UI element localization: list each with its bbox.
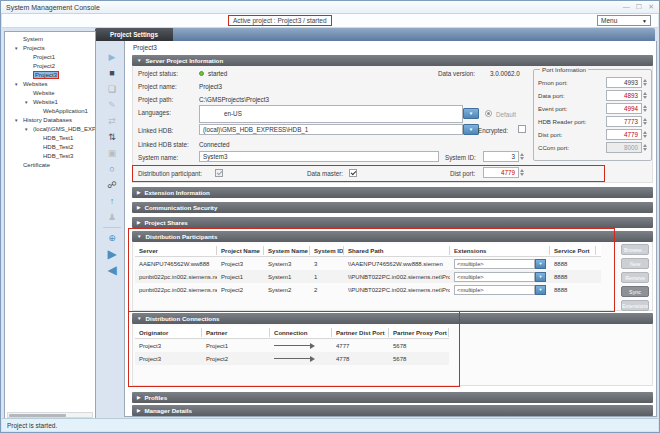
extensions-dropdown[interactable]: <multiple> (454, 272, 535, 282)
spin-up-icon (643, 118, 647, 121)
languages-listbox[interactable]: en-US (199, 105, 463, 123)
encrypted-checkbox[interactable] (518, 125, 526, 133)
chevron-down-icon: ▼ (469, 111, 473, 116)
tree-expander-icon[interactable]: ▼ (24, 125, 33, 134)
project-actions-toolbar: ▶ ■ ❏ ✎ ⇄ ⇅ ▣ ○ ☍ ↑ ♟ ⊕ ▶ ◀ (100, 49, 124, 278)
spin-up-icon (643, 92, 647, 95)
dist-port-label: Dist port: (450, 170, 475, 177)
tree-item-certificate[interactable]: Certificate (5, 161, 95, 170)
browse-button[interactable]: Browse... (621, 244, 649, 255)
start-project-icon[interactable]: ▶ (102, 49, 122, 65)
section-header-server-project-information[interactable]: ▼ Server Project Information (132, 55, 653, 66)
connections-row-1[interactable]: Project3 Project1 4777 5678 (135, 339, 449, 352)
close-icon[interactable]: ✕ (648, 3, 654, 11)
event-port-stepper[interactable]: 4994 (606, 103, 648, 114)
data-port-stepper[interactable]: 4893 (606, 90, 648, 101)
sort-sync-icon[interactable]: ⇅ (102, 129, 122, 145)
tree-item-webapplication1[interactable]: WebApplication1 (5, 107, 95, 116)
linked-hdb-combobox[interactable]: (local)\GMS_HDB_EXPRESS\HDB_1 (199, 124, 463, 135)
menu-dropdown[interactable]: Menu ▼ (597, 15, 651, 26)
chevron-down-icon[interactable]: ▼ (535, 285, 546, 295)
extensions-dropdown[interactable]: <multiple> (454, 285, 535, 295)
spin-up-icon (643, 131, 647, 134)
new-button[interactable]: New (621, 258, 649, 269)
tree-expander-icon[interactable]: ▼ (24, 98, 33, 107)
encrypted-label: Encrypted: (478, 127, 508, 134)
participants-row-3[interactable]: punbt022pc.in002.siemens.net Project2 Sy… (135, 283, 601, 296)
languages-label: Languages: (138, 109, 171, 116)
maximize-icon[interactable]: ☐ (636, 3, 642, 11)
tree-item-hdb-test1[interactable]: HDB_Test1 (5, 134, 95, 143)
section-header-extension-information[interactable]: ▶ Extension Information (132, 187, 653, 198)
linked-hdb-dropdown-button[interactable]: ▼ (463, 124, 479, 135)
distribution-icon[interactable]: ☍ (102, 177, 122, 193)
tree-item-history-databases[interactable]: ▼History Databases (5, 116, 95, 125)
connections-row-2[interactable]: Project3 Project2 4778 5678 (135, 352, 449, 365)
minimize-icon[interactable]: — (623, 3, 630, 11)
tab-project-settings[interactable]: Project Settings (95, 28, 173, 41)
section-header-communication-security[interactable]: ▶ Communication Security (132, 202, 653, 213)
system-tree-panel: System ▼Projects Project1 Project2 Proje… (4, 31, 96, 421)
scrollbar-thumb[interactable] (9, 414, 66, 417)
back-icon[interactable]: ◀ (102, 262, 122, 278)
stop-project-icon[interactable]: ■ (102, 65, 122, 81)
menu-label: Menu (601, 17, 617, 24)
tree-expander-icon[interactable]: ▼ (14, 44, 23, 53)
chevron-down-icon[interactable]: ▼ (535, 272, 546, 282)
chevron-right-icon: ▶ (137, 395, 140, 400)
sync-button[interactable]: Sync (621, 286, 649, 297)
section-header-distribution-connections[interactable]: ▼ Distribution Connections (132, 313, 653, 324)
distribution-participant-checkbox[interactable] (215, 169, 223, 177)
chevron-right-icon: ▶ (137, 220, 140, 225)
system-name-input[interactable]: System3 (199, 151, 439, 162)
toolbar-divider (103, 227, 121, 228)
refresh-icon[interactable]: ○ (102, 161, 122, 177)
tree-expander-icon[interactable]: ▼ (14, 80, 23, 89)
pmon-port-stepper[interactable]: 4993 (606, 77, 648, 88)
tree-item-website1[interactable]: ▼Website1 (5, 98, 95, 107)
project-status-label: Project status: (138, 70, 178, 77)
tree-item-project1[interactable]: Project1 (5, 53, 95, 62)
tree-item-project3-selected[interactable]: Project3 (5, 71, 95, 80)
extensions-dropdown[interactable]: <multiple> (454, 259, 535, 269)
chevron-down-icon[interactable]: ▼ (535, 259, 546, 269)
pin-icon[interactable]: ♟ (102, 209, 122, 225)
tree-item-project2[interactable]: Project2 (5, 62, 95, 71)
extensions-button[interactable]: Extensions (621, 300, 649, 311)
default-language-label: Default (496, 111, 516, 118)
add-icon[interactable]: ⊕ (102, 230, 122, 246)
title-bar: System Management Console — ☐ ✕ (1, 1, 659, 14)
hdb-reader-port-row: HDB Reader port: 7773 (538, 115, 648, 127)
dist-port-stepper[interactable]: 4779 (483, 167, 525, 178)
languages-dropdown-button[interactable]: ▼ (463, 108, 479, 119)
system-id-stepper[interactable]: 3 (483, 151, 525, 162)
section-header-project-shares[interactable]: ▶ Project Shares (132, 217, 653, 228)
system-name-label: System name: (138, 154, 178, 161)
participants-row-1[interactable]: AAENPU746562W.ww888 Project3 System3 3 \… (135, 257, 601, 270)
tree-item-local-gms-hdb[interactable]: ▼(local)\GMS_HDB_EXPRES (5, 125, 95, 134)
hdb-reader-port-stepper[interactable]: 7773 (606, 116, 648, 127)
section-header-profiles[interactable]: ▶ Profiles (132, 392, 653, 403)
edit-icon[interactable]: ✎ (102, 97, 122, 113)
restore-icon[interactable]: ⇄ (102, 113, 122, 129)
data-master-checkbox[interactable] (349, 169, 357, 177)
upload-icon[interactable]: ↑ (102, 193, 122, 209)
section-header-distribution-participants[interactable]: ▼ Distribution Participants (132, 231, 653, 242)
section-header-manager-details[interactable]: ▶ Manager Details (132, 405, 653, 416)
tree-expander-icon[interactable]: ▼ (14, 116, 23, 125)
remove-button[interactable]: Remove (621, 272, 649, 283)
tree-item-hdb-test3[interactable]: HDB_Test3 (5, 152, 95, 161)
run-icon[interactable]: ▶ (102, 246, 122, 262)
save-icon[interactable]: ▣ (102, 145, 122, 161)
participants-row-2[interactable]: punbt022pc.in002.siemens.net Project1 Sy… (135, 270, 601, 283)
tree-item-website[interactable]: Website (5, 89, 95, 98)
report-icon[interactable]: ❏ (102, 81, 122, 97)
tree-item-hdb-test2[interactable]: HDB_Test2 (5, 143, 95, 152)
annotation-box-distribution-row (132, 165, 605, 182)
tree-item-projects[interactable]: ▼Projects (5, 44, 95, 53)
dist-port-info-stepper[interactable]: 4779 (606, 129, 648, 140)
default-language-radio[interactable] (485, 110, 492, 117)
tree-item-system[interactable]: System (5, 35, 95, 44)
spin-down-icon (520, 173, 524, 176)
tree-item-websites[interactable]: ▼Websites (5, 80, 95, 89)
